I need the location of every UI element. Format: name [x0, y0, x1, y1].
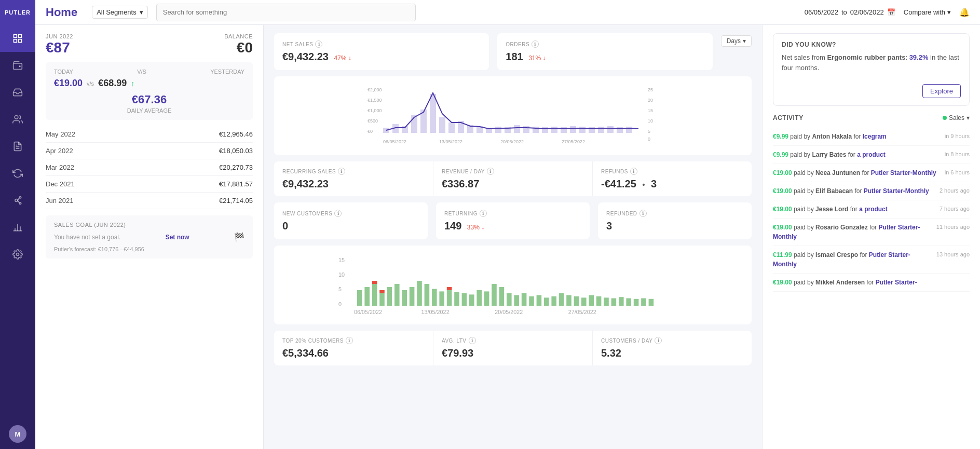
activity-link[interactable]: Putler Starter-Monthly [864, 187, 929, 195]
svg-rect-103 [611, 298, 617, 306]
period-label: JUN 2022 [46, 33, 73, 39]
date-range-picker[interactable]: 06/05/2022 to 02/06/2022 📅 [805, 8, 895, 16]
refunds-info-icon[interactable]: ℹ [630, 168, 637, 175]
svg-text:20/05/2022: 20/05/2022 [495, 309, 523, 315]
date-to: 02/06/2022 [850, 8, 884, 16]
activity-link[interactable]: Putler Starter- [876, 279, 917, 286]
top-customers-label: TOP 20% CUSTOMERS [282, 338, 344, 344]
activity-link[interactable]: a product [857, 151, 886, 158]
activity-text: €9.99 paid by Larry Bates for a product [773, 150, 941, 159]
today-yesterday-card: TODAY v/s YESTERDAY €19.00 v/s €68.99 ↑ … [46, 62, 253, 120]
svg-rect-97 [566, 295, 571, 306]
sidebar-item-subscriptions[interactable] [0, 160, 35, 187]
svg-text:5: 5 [338, 286, 342, 292]
sidebar-item-analytics[interactable] [0, 214, 35, 241]
explore-button[interactable]: Explore [922, 84, 961, 98]
activity-item: €19.00 paid by Elif Babacan for Putler S… [773, 182, 970, 200]
customers-chart: 15 10 5 0 [282, 253, 743, 315]
vs-separator: v/s [87, 80, 94, 87]
calendar-icon: 📅 [887, 8, 895, 16]
returning-value-row: 149 33% ↓ [444, 220, 581, 232]
sidebar-item-inbox[interactable] [0, 79, 35, 106]
search-input[interactable] [156, 4, 416, 21]
table-row: Dec 2021 €17,881.57 [46, 176, 253, 193]
svg-rect-52 [579, 127, 586, 133]
refunds-value: -€41.25 • 3 [601, 178, 743, 190]
svg-rect-71 [379, 290, 385, 293]
revenue-info-icon[interactable]: ℹ [487, 168, 494, 175]
month-label: Dec 2021 [46, 180, 75, 188]
days-label: Days [727, 37, 741, 45]
refunded-info-icon[interactable]: ℹ [639, 210, 647, 217]
segment-selector[interactable]: All Segments ▾ [92, 6, 148, 19]
revenue-day-metric: REVENUE / DAY ℹ €336.87 [433, 161, 593, 196]
svg-text:€2,000: €2,000 [367, 87, 382, 92]
compare-with-selector[interactable]: Compare with ▾ [904, 8, 951, 16]
svg-text:27/05/2022: 27/05/2022 [568, 309, 596, 315]
recurring-info-icon[interactable]: ℹ [338, 168, 345, 175]
sidebar-item-dashboard[interactable] [0, 25, 35, 52]
right-panel: DID YOU KNOW? Net sales from Ergonomic r… [762, 25, 980, 449]
days-filter-button[interactable]: Days ▾ [721, 35, 752, 47]
balance-header: JUN 2022 €87 BALANCE €0 [46, 33, 253, 56]
svg-rect-107 [641, 298, 646, 306]
svg-rect-81 [447, 287, 452, 290]
net-sales-info-icon[interactable]: ℹ [315, 40, 322, 48]
new-customers-card: NEW CUSTOMERS ℹ 0 [274, 202, 428, 239]
orders-info-icon[interactable]: ℹ [532, 40, 539, 48]
activity-link[interactable]: a product [859, 206, 888, 213]
svg-rect-1 [19, 35, 22, 38]
compare-label: Compare with [904, 8, 945, 16]
activity-text: €19.00 paid by Jesse Lord for a product [773, 205, 935, 214]
sidebar-item-reports[interactable] [0, 133, 35, 160]
svg-rect-79 [439, 291, 444, 306]
activity-amount: €19.00 [773, 169, 792, 176]
activity-time: in 8 hours [945, 150, 970, 159]
sidebar-item-customers[interactable] [0, 106, 35, 133]
new-customers-info-icon[interactable]: ℹ [334, 210, 342, 217]
activity-filter-selector[interactable]: Sales ▾ [943, 114, 970, 121]
avg-ltv-info-icon[interactable]: ℹ [469, 337, 476, 344]
sales-goal-card: SALES GOAL (JUN 2022) You have not set a… [46, 215, 253, 258]
sidebar-item-wallet[interactable] [0, 52, 35, 79]
top-customers-metric: TOP 20% CUSTOMERS ℹ €5,334.66 [274, 331, 433, 365]
dyk-highlight: 39.2% [909, 53, 929, 61]
activity-header: ACTIVITY Sales ▾ [773, 114, 970, 121]
svg-rect-49 [551, 127, 557, 133]
net-sales-card: NET SALES ℹ €9,432.23 47% ↓ [274, 33, 489, 70]
top-metrics-row: NET SALES ℹ €9,432.23 47% ↓ ORDERS ℹ 181 [274, 33, 752, 70]
orders-label: ORDERS ℹ [506, 40, 704, 48]
activity-amount: €19.00 [773, 279, 792, 286]
recurring-sales-label: RECURRING SALES [282, 169, 336, 174]
notification-bell-icon[interactable]: 🔔 [959, 7, 970, 17]
activity-link[interactable]: Icegram [863, 133, 887, 140]
table-row: Apr 2022 €18,050.03 [46, 143, 253, 159]
activity-item: €19.00 paid by Mikkel Andersen for Putle… [773, 274, 970, 292]
top-customers-info-icon[interactable]: ℹ [346, 337, 353, 344]
svg-text:€0: €0 [367, 129, 373, 134]
set-now-button[interactable]: Set now [166, 234, 189, 241]
svg-rect-95 [551, 296, 556, 306]
orders-card: ORDERS ℹ 181 31% ↓ [497, 33, 712, 70]
svg-rect-66 [357, 290, 362, 306]
sales-dot-icon [943, 116, 947, 120]
avg-ltv-label: AVG. LTV [442, 338, 467, 344]
chevron-down-icon: ▾ [743, 37, 746, 45]
user-avatar[interactable]: M [9, 425, 26, 443]
activity-filter-label: Sales [949, 114, 964, 121]
svg-rect-67 [364, 287, 370, 306]
returning-info-icon[interactable]: ℹ [480, 210, 487, 217]
svg-rect-50 [561, 127, 567, 133]
trend-up-icon: ↑ [131, 79, 134, 88]
activity-time: 2 hours ago [940, 186, 970, 195]
dyk-text: Net sales from Ergonomic rubber pants: 3… [782, 52, 961, 73]
svg-rect-91 [522, 293, 527, 306]
activity-time: in 6 hours [945, 168, 970, 177]
activity-link[interactable]: Putler Starter-Monthly [871, 169, 936, 176]
svg-rect-76 [417, 281, 422, 306]
sidebar-item-affiliates[interactable] [0, 187, 35, 214]
sidebar-item-settings[interactable] [0, 241, 35, 268]
svg-rect-104 [619, 297, 624, 306]
date-from: 06/05/2022 [805, 8, 838, 16]
customers-day-info-icon[interactable]: ℹ [655, 337, 662, 344]
